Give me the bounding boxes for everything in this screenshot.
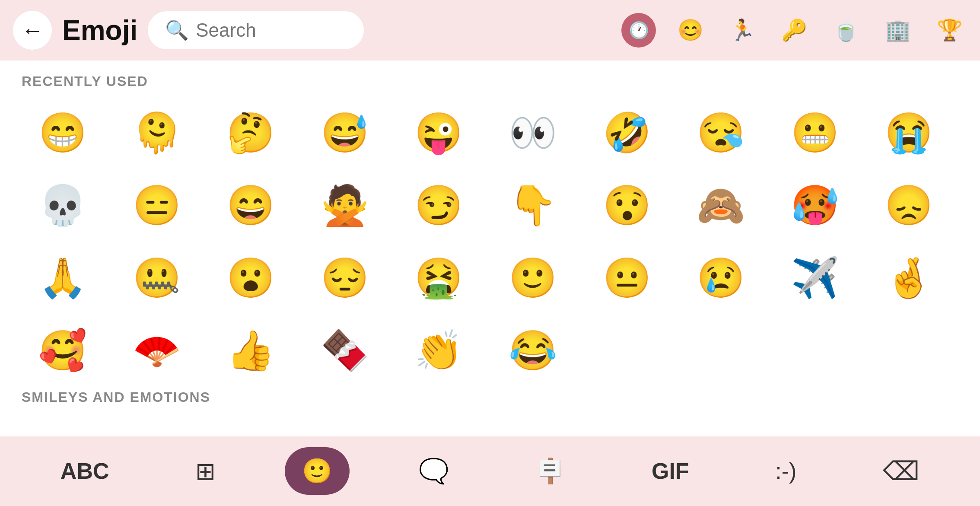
emoji-cell[interactable]: 👍 xyxy=(210,316,292,385)
emoji-cell[interactable]: 🤞 xyxy=(868,243,950,312)
tab-smiley[interactable]: 😊 xyxy=(673,13,708,48)
emoji-cell[interactable]: 😁 xyxy=(22,98,104,167)
tab-activities[interactable]: 🔑 xyxy=(777,13,811,48)
recent-icon: 🕐 xyxy=(629,21,649,40)
emoji-cell[interactable]: 🙂 xyxy=(492,243,574,312)
emoji-cell[interactable]: 🥰 xyxy=(22,316,104,385)
back-icon: ← xyxy=(21,17,44,43)
sticker2-button[interactable]: 🪧 xyxy=(518,447,582,495)
emoji-cell[interactable]: 😪 xyxy=(680,98,762,167)
people-icon: 🏃 xyxy=(729,18,755,42)
tab-recent[interactable]: 🕐 xyxy=(621,13,656,48)
emoji-cell[interactable]: 🙈 xyxy=(680,171,762,240)
emoji-cell[interactable]: 😏 xyxy=(398,171,480,240)
emoji-cell[interactable]: 👀 xyxy=(492,98,574,167)
recently-used-grid: 😁 🫠 🤔 😅 😜 👀 🤣 😪 😬 😭 💀 😑 😄 🙅 😏 👇 😯 🙈 🥵 😞 … xyxy=(22,98,958,385)
emoji-cell[interactable]: 🫠 xyxy=(116,98,198,167)
abc-label: ABC xyxy=(60,458,109,484)
emoji-cell[interactable]: ✈️ xyxy=(774,243,856,312)
back-button[interactable]: ← xyxy=(13,11,52,50)
emoji-cell[interactable]: 😐 xyxy=(586,243,668,312)
emoji-cell[interactable]: 👇 xyxy=(492,171,574,240)
tab-people[interactable]: 🏃 xyxy=(725,13,760,48)
objects-icon: 🏆 xyxy=(937,18,963,42)
emoji-cell[interactable]: 🪭 xyxy=(116,316,198,385)
delete-button[interactable]: ⌫ xyxy=(865,447,937,495)
sticker2-icon: 🪧 xyxy=(535,457,565,485)
gif-button[interactable]: GIF xyxy=(634,447,706,495)
clipboard-button[interactable]: ⊞ xyxy=(178,447,233,495)
recently-used-label: RECENTLY USED xyxy=(22,73,958,89)
sticker-icon: 🗨️ xyxy=(419,457,449,485)
search-bar[interactable]: 🔍 xyxy=(148,11,364,49)
travel-icon: 🏢 xyxy=(885,18,911,42)
emoji-cell[interactable]: 😬 xyxy=(774,98,856,167)
tab-food[interactable]: 🍵 xyxy=(829,13,863,48)
emoji-cell[interactable]: 🙏 xyxy=(22,243,104,312)
emoji-cell[interactable]: 🙅 xyxy=(304,171,386,240)
smileys-label: SMILEYS AND EMOTIONS xyxy=(22,389,958,405)
emoji-cell[interactable]: 😢 xyxy=(680,243,762,312)
search-icon: 🔍 xyxy=(165,19,189,41)
activities-icon: 🔑 xyxy=(781,18,807,42)
bottom-toolbar: ABC ⊞ 🙂 🗨️ 🪧 GIF :-) ⌫ xyxy=(0,436,980,506)
emoji-button[interactable]: 🙂 xyxy=(285,447,350,495)
emoji-cell[interactable]: 😮 xyxy=(210,243,292,312)
emoji-cell[interactable]: 😜 xyxy=(398,98,480,167)
tab-travel[interactable]: 🏢 xyxy=(881,13,915,48)
emoji-cell[interactable]: 🤔 xyxy=(210,98,292,167)
emoji-cell[interactable]: 😭 xyxy=(868,98,950,167)
emoji-icon: 🙂 xyxy=(302,457,332,485)
emoji-cell[interactable]: 👏 xyxy=(398,316,480,385)
clipboard-icon: ⊞ xyxy=(195,457,216,485)
sticker-button[interactable]: 🗨️ xyxy=(401,447,466,495)
header-bar: ← Emoji 🔍 🕐 😊 🏃 🔑 🍵 🏢 🏆 xyxy=(0,0,980,60)
emoticon-button[interactable]: :-) xyxy=(758,447,814,495)
abc-button[interactable]: ABC xyxy=(43,447,127,495)
smiley-icon: 😊 xyxy=(678,18,703,42)
emoji-cell[interactable]: 💀 xyxy=(22,171,104,240)
emoji-cell[interactable]: 🥵 xyxy=(774,171,856,240)
emoji-cell[interactable]: 🍫 xyxy=(304,316,386,385)
emoticon-label: :-) xyxy=(775,458,796,484)
emoji-cell[interactable]: 😯 xyxy=(586,171,668,240)
emoji-cell[interactable]: 😔 xyxy=(304,243,386,312)
emoji-cell[interactable]: 😂 xyxy=(492,316,574,385)
emoji-cell[interactable]: 🤣 xyxy=(586,98,668,167)
emoji-cell[interactable]: 🤐 xyxy=(116,243,198,312)
delete-icon: ⌫ xyxy=(883,456,920,486)
page-title: Emoji xyxy=(62,14,137,46)
tab-objects[interactable]: 🏆 xyxy=(932,13,967,48)
food-icon: 🍵 xyxy=(833,18,859,42)
category-tabs: 🕐 😊 🏃 🔑 🍵 🏢 🏆 xyxy=(374,13,967,48)
emoji-panel: RECENTLY USED 😁 🫠 🤔 😅 😜 👀 🤣 😪 😬 😭 💀 😑 😄 … xyxy=(0,60,980,436)
gif-label: GIF xyxy=(652,458,689,484)
emoji-cell[interactable]: 😑 xyxy=(116,171,198,240)
emoji-cell[interactable]: 😞 xyxy=(868,171,950,240)
emoji-cell[interactable]: 🤮 xyxy=(398,243,480,312)
emoji-cell[interactable]: 😅 xyxy=(304,98,386,167)
search-input[interactable] xyxy=(196,19,347,41)
emoji-cell[interactable]: 😄 xyxy=(210,171,292,240)
